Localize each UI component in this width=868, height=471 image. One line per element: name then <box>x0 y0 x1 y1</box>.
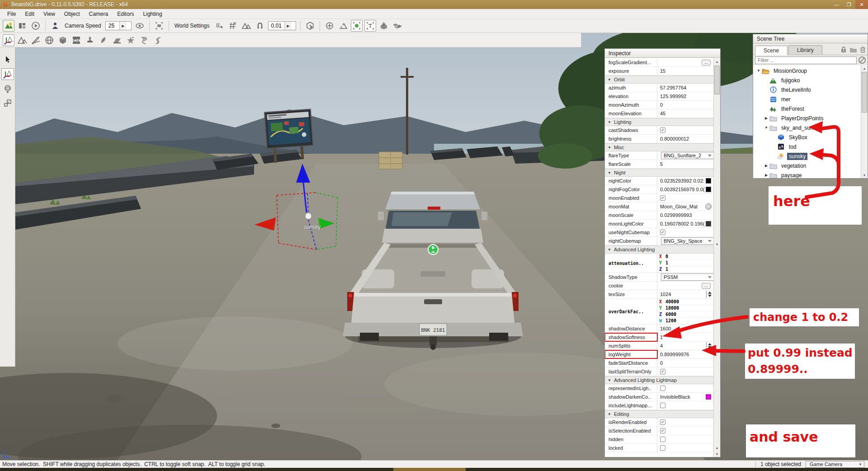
property-value[interactable]: 0.800000012 <box>657 135 713 143</box>
scroll-up-icon[interactable]: ▲ <box>861 65 868 71</box>
scroll-up-icon[interactable]: ▲ <box>714 58 720 65</box>
menu-item-edit[interactable]: Edit <box>20 9 39 19</box>
tree-item-tod[interactable]: tod <box>753 142 861 151</box>
material-cube-icon[interactable] <box>57 34 69 46</box>
tree-item-missiongroup[interactable]: ▼MissionGroup <box>753 66 861 75</box>
viewport-3d-scene[interactable]: BNK 2181 sunsky <box>0 33 868 460</box>
tree-item-label[interactable]: vegetation <box>779 162 808 170</box>
section-header-advanced-lighting-lightmap[interactable]: ▼Advanced Lighting Lightmap <box>605 376 713 384</box>
checkbox-unchecked[interactable] <box>660 403 665 408</box>
property-value[interactable]: ... <box>657 58 713 66</box>
close-button[interactable]: ✕ <box>855 0 868 9</box>
property-value[interactable] <box>657 384 713 392</box>
river-editor-icon[interactable] <box>138 34 150 46</box>
tree-item-playerdroppoints[interactable]: ▶PlayerDropPoints <box>753 113 861 123</box>
tree-item-mer[interactable]: mer <box>753 94 861 104</box>
section-header-night[interactable]: ▼Night <box>605 169 713 177</box>
axis-value[interactable]: 0 <box>665 254 668 259</box>
property-value[interactable]: ... <box>657 282 713 290</box>
collapse-arrow-icon[interactable]: ▼ <box>608 120 611 124</box>
scene-tree-title[interactable]: Scene Tree <box>753 34 868 43</box>
layout-windows-icon[interactable] <box>16 20 28 32</box>
checkbox-unchecked[interactable] <box>660 445 665 451</box>
section-header-advanced-lighting[interactable]: ▼Advanced Lighting <box>605 245 713 254</box>
tree-item-label[interactable]: fujigoko <box>779 77 802 84</box>
collapse-arrow-icon[interactable]: ▼ <box>608 78 611 82</box>
expand-arrow-icon[interactable]: ▶ <box>764 173 769 177</box>
collapse-arrow-icon[interactable]: ▼ <box>608 171 611 175</box>
world-center-icon[interactable] <box>324 20 335 32</box>
play-icon[interactable] <box>30 20 42 32</box>
property-value[interactable]: 45 <box>657 109 713 118</box>
checkbox-unchecked[interactable] <box>660 386 665 391</box>
terrain-painter-icon[interactable] <box>30 34 42 46</box>
vector-component-row[interactable]: X0 <box>657 254 713 260</box>
axis-value[interactable]: 1200 <box>665 318 676 323</box>
section-header-lighting[interactable]: ▼Lighting <box>605 118 713 126</box>
property-value[interactable]: 15 <box>657 67 713 75</box>
tab-library[interactable]: Library <box>788 45 822 55</box>
value-text[interactable]: 0.899999976 <box>660 352 689 357</box>
property-value[interactable]: PSSM <box>657 273 713 281</box>
axis-value[interactable]: 40000 <box>665 299 679 304</box>
value-text[interactable]: Moon_Glow_Mat <box>660 204 698 209</box>
value-text[interactable]: 1 <box>660 334 663 340</box>
terrain-editor-icon[interactable] <box>16 34 28 46</box>
menu-item-object[interactable]: Object <box>60 9 85 19</box>
vector-component-row[interactable]: Y1 <box>657 260 713 266</box>
checkbox-unchecked[interactable] <box>660 437 665 442</box>
property-value[interactable]: 0 <box>657 101 713 109</box>
menu-item-view[interactable]: View <box>39 9 60 19</box>
tree-item-theforest[interactable]: theForest <box>753 104 861 113</box>
value-text[interactable]: 15 <box>660 68 665 74</box>
checkbox-checked[interactable]: ✔ <box>660 195 665 201</box>
property-value[interactable]: 125.999992 <box>657 92 713 100</box>
new-folder-icon[interactable] <box>849 47 857 53</box>
tree-item-label[interactable]: PlayerDropPoints <box>779 115 825 122</box>
magnet-icon[interactable] <box>254 20 266 32</box>
property-value[interactable]: BNG_Sunflare_2 <box>657 151 713 160</box>
value-text[interactable]: 5 <box>660 161 663 167</box>
forest-brush-icon[interactable] <box>98 34 109 46</box>
value-text[interactable]: 0.800000012 <box>660 136 689 141</box>
property-value[interactable]: ✔ <box>657 194 713 202</box>
scene-editor-icon[interactable] <box>3 20 14 32</box>
property-value[interactable]: 57.2957764 <box>657 84 713 92</box>
tree-item-sky_and_sun[interactable]: ▼sky_and_sun <box>753 123 861 132</box>
collapse-arrow-icon[interactable]: ▼ <box>608 378 611 382</box>
tree-item-thelevelinfo[interactable]: theLevelInfo <box>753 85 861 94</box>
scroll-down-icon[interactable]: ▼ <box>714 241 720 247</box>
property-value[interactable]: 0 <box>657 359 713 367</box>
collapse-arrow-icon[interactable]: ▼ <box>608 248 611 252</box>
dropdown-select[interactable]: BNG_Sky_Space <box>661 237 713 245</box>
box-export-icon[interactable] <box>392 20 403 32</box>
color-swatch[interactable] <box>706 221 711 226</box>
checkbox-checked[interactable]: ✔ <box>660 428 665 433</box>
tree-item-fujigoko[interactable]: fujigoko <box>753 75 861 85</box>
menu-item-lighting[interactable]: Lighting <box>139 9 167 19</box>
checkbox-checked[interactable]: ✔ <box>660 127 665 133</box>
value-text[interactable]: 1600 <box>660 326 671 331</box>
value-text[interactable]: 0.0299999993 <box>660 212 692 218</box>
vector-component-row[interactable]: W1200 <box>657 318 713 324</box>
dropdown-arrow-icon[interactable]: ▶ <box>284 22 292 30</box>
tree-item-vegetation[interactable]: ▶vegetation <box>753 161 861 170</box>
mesh-road-icon[interactable] <box>111 34 123 46</box>
menu-item-camera[interactable]: Camera <box>85 9 113 19</box>
select-tool-icon[interactable] <box>1 54 14 66</box>
datablock-editor-icon[interactable]: DATA <box>71 34 82 46</box>
color-swatch[interactable] <box>706 178 711 184</box>
collapse-arrow-icon[interactable]: ▼ <box>608 146 611 150</box>
section-header-orbit[interactable]: ▼Orbit <box>605 75 713 84</box>
object-mode-icon[interactable] <box>304 20 316 32</box>
checkbox-checked[interactable]: ✔ <box>660 230 665 235</box>
value-text[interactable]: InvisibleBlack <box>660 394 690 400</box>
property-value[interactable] <box>657 435 713 443</box>
menu-item-editors[interactable]: Editors <box>113 9 138 19</box>
property-value[interactable]: 0.196078002 0.196( <box>657 220 713 228</box>
rotation-angle-icon[interactable] <box>337 20 349 32</box>
scale-tool-icon[interactable] <box>1 97 14 109</box>
property-value[interactable]: ✔ <box>657 367 713 376</box>
value-text[interactable]: 0.0235293992 0.02: <box>660 178 704 184</box>
tree-item-label[interactable]: SkyBox <box>787 134 809 141</box>
